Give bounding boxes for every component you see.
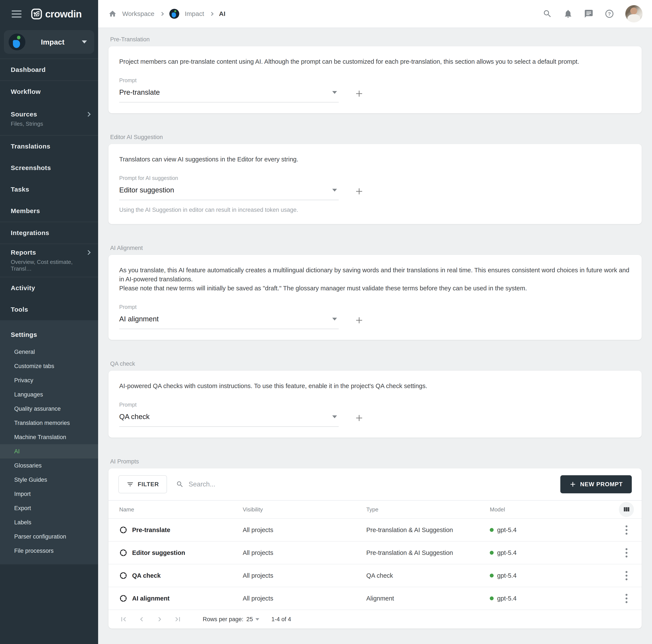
messages-chat-icon[interactable] bbox=[584, 9, 594, 19]
sidebar-item-file-processors[interactable]: File processors bbox=[0, 544, 98, 558]
menu-icon[interactable] bbox=[11, 9, 22, 19]
add-prompt-button[interactable] bbox=[355, 413, 364, 423]
project-selector[interactable]: Impact bbox=[4, 30, 94, 54]
pre-translation-prompt-select[interactable]: Pre-translate bbox=[119, 86, 339, 103]
breadcrumb-project-avatar[interactable] bbox=[169, 9, 179, 19]
sidebar-item-ai[interactable]: AI bbox=[0, 444, 98, 458]
editor-suggestion-prompt-select[interactable]: Editor suggestion bbox=[119, 183, 339, 200]
sidebar-item-parser-configuration[interactable]: Parser configuration bbox=[0, 530, 98, 544]
sidebar-item-machine-translation[interactable]: Machine Translation bbox=[0, 430, 98, 444]
row-menu-button[interactable] bbox=[623, 569, 630, 583]
breadcrumb-project[interactable]: Impact bbox=[185, 10, 204, 18]
row-menu-button[interactable] bbox=[623, 546, 630, 560]
column-header-type[interactable]: Type bbox=[366, 506, 490, 513]
sidebar-item-import[interactable]: Import bbox=[0, 487, 98, 501]
table-header-row: Name Visibility Type Model bbox=[108, 501, 642, 518]
prompt-model: gpt-5.4 bbox=[497, 549, 516, 556]
next-page-icon[interactable] bbox=[155, 615, 164, 623]
sidebar-item-sources-subtitle: Files, Strings bbox=[11, 120, 92, 127]
column-header-name[interactable]: Name bbox=[119, 506, 243, 513]
sidebar-item-dashboard[interactable]: Dashboard bbox=[0, 59, 98, 80]
sidebar-item-workflow[interactable]: Workflow bbox=[0, 81, 98, 103]
model-status-dot bbox=[490, 596, 494, 600]
crowdin-logo[interactable]: crowdin bbox=[31, 8, 82, 20]
model-status-dot bbox=[490, 573, 494, 578]
openai-icon bbox=[119, 548, 127, 557]
search-input[interactable] bbox=[189, 480, 318, 488]
view-columns-icon bbox=[623, 506, 630, 513]
sidebar-item-tools[interactable]: Tools bbox=[0, 299, 98, 320]
chevron-right-icon bbox=[86, 112, 91, 117]
sidebar-item-members[interactable]: Members bbox=[0, 200, 98, 222]
row-menu-button[interactable] bbox=[623, 523, 630, 537]
table-row[interactable]: Editor suggestion All projects Pre-trans… bbox=[108, 541, 642, 564]
openai-icon bbox=[119, 526, 127, 534]
sidebar-item-labels[interactable]: Labels bbox=[0, 515, 98, 530]
table-row[interactable]: AI alignment All projects Alignment gpt-… bbox=[108, 587, 642, 610]
new-prompt-button[interactable]: NEW PROMPT bbox=[560, 475, 632, 493]
home-icon[interactable] bbox=[108, 10, 117, 18]
prompt-type: Pre-translation & AI Suggestion bbox=[366, 527, 490, 534]
prompt-name: QA check bbox=[132, 572, 161, 579]
help-icon[interactable]: ? bbox=[605, 9, 614, 19]
qa-check-description: AI-powered QA checks with custom instruc… bbox=[119, 381, 631, 391]
editor-suggestion-helper-text: Using the AI Suggestion in editor can re… bbox=[119, 207, 631, 213]
search-icon[interactable] bbox=[543, 9, 552, 19]
sidebar-item-screenshots[interactable]: Screenshots bbox=[0, 157, 98, 179]
sidebar-item-glossaries[interactable]: Glossaries bbox=[0, 458, 98, 473]
sidebar-item-languages[interactable]: Languages bbox=[0, 387, 98, 402]
top-bar-actions: ? bbox=[543, 5, 643, 22]
first-page-icon[interactable] bbox=[119, 615, 128, 623]
add-prompt-button[interactable] bbox=[355, 89, 364, 99]
crowdin-logo-icon bbox=[31, 8, 42, 20]
sidebar-item-sources[interactable]: Sources Files, Strings bbox=[0, 103, 98, 135]
column-header-model[interactable]: Model bbox=[490, 506, 619, 513]
section-label-ai-prompts: AI Prompts bbox=[110, 458, 642, 465]
notifications-bell-icon[interactable] bbox=[563, 9, 573, 19]
previous-page-icon[interactable] bbox=[137, 615, 146, 623]
add-prompt-button[interactable] bbox=[355, 187, 364, 197]
last-page-icon[interactable] bbox=[173, 615, 182, 623]
sidebar-item-style-guides[interactable]: Style Guides bbox=[0, 473, 98, 487]
sidebar-item-translations[interactable]: Translations bbox=[0, 136, 98, 157]
ai-alignment-prompt-select[interactable]: AI alignment bbox=[119, 312, 339, 329]
table-toolbar: FILTER NEW PROMPT bbox=[108, 468, 642, 500]
sidebar-item-tasks[interactable]: Tasks bbox=[0, 179, 98, 200]
qa-check-prompt-select[interactable]: QA check bbox=[119, 410, 339, 427]
breadcrumb-workspace[interactable]: Workspace bbox=[122, 10, 155, 18]
add-prompt-button[interactable] bbox=[355, 316, 364, 326]
rows-per-page-label: Rows per page: bbox=[203, 616, 243, 623]
search-icon bbox=[176, 480, 184, 488]
prompt-visibility: All projects bbox=[243, 595, 366, 602]
section-label-editor-ai-suggestion: Editor AI Suggestion bbox=[110, 134, 642, 140]
prompt-name: Pre-translate bbox=[132, 527, 170, 534]
sidebar-item-activity[interactable]: Activity bbox=[0, 277, 98, 299]
sidebar-top: crowdin bbox=[0, 0, 98, 28]
table-search bbox=[176, 480, 560, 488]
settings-group-header: Settings bbox=[0, 326, 98, 345]
section-label-qa-check: QA check bbox=[110, 360, 642, 367]
sidebar-item-privacy[interactable]: Privacy bbox=[0, 373, 98, 387]
table-row[interactable]: Pre-translate All projects Pre-translati… bbox=[108, 518, 642, 541]
column-header-visibility[interactable]: Visibility bbox=[243, 506, 366, 513]
sidebar-item-reports[interactable]: Reports Overview, Cost estimate, Transl… bbox=[0, 244, 98, 277]
prompt-type: Pre-translation & AI Suggestion bbox=[366, 549, 490, 556]
rows-per-page-select[interactable]: 25 bbox=[246, 616, 259, 623]
pre-translation-card: Project members can pre-translate conten… bbox=[108, 46, 642, 113]
chevron-down-icon bbox=[332, 189, 337, 192]
sidebar-item-translation-memories[interactable]: Translation memories bbox=[0, 416, 98, 430]
prompt-name: Editor suggestion bbox=[132, 549, 185, 556]
sidebar-item-quality-assurance[interactable]: Quality assurance bbox=[0, 402, 98, 416]
sidebar-item-general[interactable]: General bbox=[0, 345, 98, 359]
table-row[interactable]: QA check All projects QA check gpt-5.4 bbox=[108, 564, 642, 587]
prompt-type: Alignment bbox=[366, 595, 490, 602]
column-settings-button[interactable] bbox=[619, 502, 634, 517]
sidebar-item-reports-subtitle: Overview, Cost estimate, Transl… bbox=[11, 259, 92, 272]
user-avatar[interactable] bbox=[625, 5, 643, 22]
filter-button[interactable]: FILTER bbox=[118, 475, 167, 493]
sidebar-item-export[interactable]: Export bbox=[0, 501, 98, 515]
row-menu-button[interactable] bbox=[623, 592, 630, 605]
sidebar-item-customize-tabs[interactable]: Customize tabs bbox=[0, 359, 98, 373]
ai-alignment-description-2: Please note that new terms will initiall… bbox=[119, 284, 631, 293]
sidebar-item-integrations[interactable]: Integrations bbox=[0, 222, 98, 244]
